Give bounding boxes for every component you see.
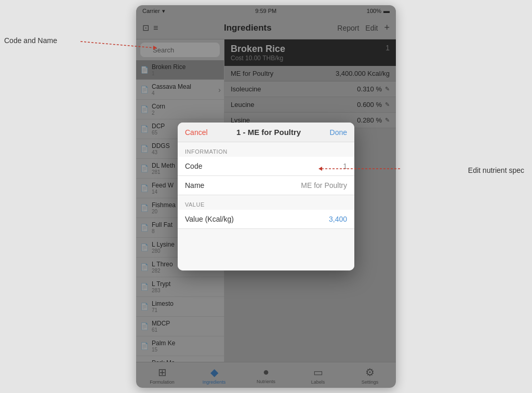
modal-name-label: Name bbox=[185, 181, 204, 189]
annotation-edit-nutrient: Edit nutrient spec bbox=[468, 166, 524, 174]
modal-value-label: Value (Kcal/kg) bbox=[185, 215, 234, 223]
modal-dialog: Cancel 1 - ME for Poultry Done INFORMATI… bbox=[178, 123, 354, 270]
modal-title: 1 - ME for Poultry bbox=[208, 128, 330, 137]
modal-body bbox=[178, 229, 354, 270]
modal-header: Cancel 1 - ME for Poultry Done bbox=[178, 123, 354, 142]
modal-code-label: Code bbox=[185, 162, 202, 170]
modal-value-row: Value (Kcal/kg) 3,400 bbox=[178, 210, 354, 229]
modal-name-row: Name ME for Poultry bbox=[178, 176, 354, 195]
modal-done-button[interactable]: Done bbox=[330, 128, 347, 137]
annotation-code-name: Code and Name bbox=[4, 36, 57, 45]
modal-code-value: 1 bbox=[343, 162, 347, 170]
modal-cancel-button[interactable]: Cancel bbox=[185, 128, 208, 137]
modal-name-value: ME for Poultry bbox=[301, 181, 347, 189]
modal-value-value: 3,400 bbox=[329, 215, 347, 223]
modal-code-row: Code 1 bbox=[178, 157, 354, 176]
modal-value-section: VALUE bbox=[178, 195, 354, 210]
modal-overlay: Cancel 1 - ME for Poultry Done INFORMATI… bbox=[136, 5, 396, 388]
modal-info-section: INFORMATION bbox=[178, 142, 354, 157]
